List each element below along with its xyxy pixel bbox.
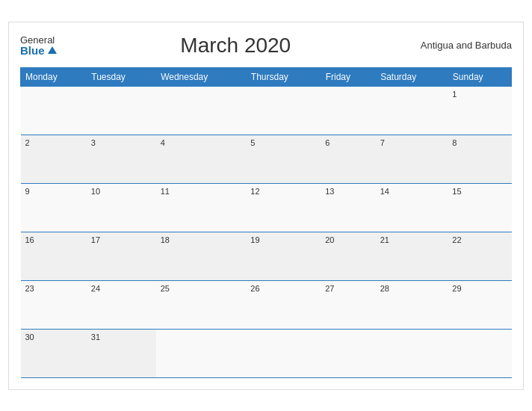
calendar-week-row: 2345678 — [21, 135, 512, 183]
day-number: 13 — [325, 187, 371, 196]
calendar-tbody: 1234567891011121314151617181920212223242… — [21, 86, 512, 377]
weekday-header-monday: Monday — [21, 67, 87, 86]
day-number: 19 — [250, 235, 316, 244]
weekday-header-tuesday: Tuesday — [87, 67, 156, 86]
calendar-day-cell: 1 — [448, 86, 511, 135]
day-number: 20 — [325, 235, 371, 244]
logo-general-text: General — [20, 35, 57, 45]
calendar-day-cell: 31 — [87, 329, 156, 377]
day-number: 21 — [380, 235, 444, 244]
calendar-week-row: 23242526272829 — [21, 280, 512, 329]
logo-blue-text: Blue — [20, 45, 57, 56]
calendar-day-cell: 19 — [246, 232, 321, 280]
calendar-day-cell — [321, 329, 375, 377]
calendar-day-cell — [21, 86, 87, 135]
calendar-day-cell: 23 — [21, 280, 87, 329]
calendar-day-cell — [87, 86, 156, 135]
calendar-day-cell — [376, 86, 448, 135]
day-number: 26 — [250, 284, 316, 293]
day-number: 18 — [161, 235, 242, 244]
weekday-header-saturday: Saturday — [376, 67, 448, 86]
day-number: 7 — [380, 138, 444, 147]
day-number: 5 — [250, 138, 316, 147]
calendar-day-cell: 16 — [21, 232, 87, 280]
calendar-day-cell: 6 — [321, 135, 375, 183]
calendar-header: General Blue March 2020 Antigua and Barb… — [20, 30, 512, 61]
day-number: 12 — [250, 187, 316, 196]
day-number: 14 — [380, 187, 444, 196]
calendar-country: Antigua and Barbuda — [415, 40, 512, 51]
calendar-day-cell: 22 — [448, 232, 511, 280]
calendar-day-cell — [246, 86, 321, 135]
calendar-day-cell: 25 — [156, 280, 247, 329]
calendar-day-cell: 2 — [21, 135, 87, 183]
calendar-day-cell: 21 — [376, 232, 448, 280]
day-number: 8 — [452, 138, 507, 147]
weekday-header-thursday: Thursday — [246, 67, 321, 86]
calendar-day-cell: 3 — [87, 135, 156, 183]
calendar-day-cell — [156, 86, 247, 135]
calendar-day-cell: 26 — [246, 280, 321, 329]
calendar-week-row: 16171819202122 — [21, 232, 512, 280]
calendar-day-cell: 7 — [376, 135, 448, 183]
calendar-week-row: 1 — [21, 86, 512, 135]
day-number: 10 — [91, 187, 152, 196]
day-number: 1 — [452, 90, 507, 99]
day-number: 6 — [325, 138, 371, 147]
calendar-title: March 2020 — [57, 34, 415, 58]
calendar-day-cell: 8 — [448, 135, 511, 183]
calendar-grid: MondayTuesdayWednesdayThursdayFridaySatu… — [20, 67, 512, 378]
calendar-thead: MondayTuesdayWednesdayThursdayFridaySatu… — [21, 67, 512, 86]
day-number: 11 — [161, 187, 242, 196]
day-number: 27 — [325, 284, 371, 293]
day-number: 3 — [91, 138, 152, 147]
day-number: 15 — [452, 187, 507, 196]
calendar-day-cell: 9 — [21, 183, 87, 232]
day-number: 2 — [25, 138, 82, 147]
day-number: 4 — [161, 138, 242, 147]
calendar-day-cell — [321, 86, 375, 135]
day-number: 30 — [25, 333, 82, 342]
calendar-day-cell: 4 — [156, 135, 247, 183]
day-number: 16 — [25, 235, 82, 244]
calendar-day-cell — [156, 329, 247, 377]
calendar-day-cell: 28 — [376, 280, 448, 329]
calendar-week-row: 9101112131415 — [21, 183, 512, 232]
calendar-day-cell: 30 — [21, 329, 87, 377]
day-number: 9 — [25, 187, 82, 196]
weekday-header-sunday: Sunday — [448, 67, 511, 86]
calendar-day-cell — [448, 329, 511, 377]
calendar-day-cell: 11 — [156, 183, 247, 232]
calendar-day-cell — [246, 329, 321, 377]
day-number: 25 — [161, 284, 242, 293]
calendar-day-cell: 17 — [87, 232, 156, 280]
day-number: 23 — [25, 284, 82, 293]
logo-triangle-icon — [48, 46, 57, 54]
weekday-header-row: MondayTuesdayWednesdayThursdayFridaySatu… — [21, 67, 512, 86]
day-number: 22 — [452, 235, 507, 244]
calendar-day-cell: 20 — [321, 232, 375, 280]
calendar-day-cell: 18 — [156, 232, 247, 280]
calendar-day-cell: 14 — [376, 183, 448, 232]
calendar-day-cell: 5 — [246, 135, 321, 183]
calendar-day-cell: 24 — [87, 280, 156, 329]
day-number: 31 — [91, 333, 152, 342]
calendar-day-cell: 27 — [321, 280, 375, 329]
calendar-day-cell — [376, 329, 448, 377]
calendar-day-cell: 29 — [448, 280, 511, 329]
calendar-day-cell: 15 — [448, 183, 511, 232]
day-number: 28 — [380, 284, 444, 293]
calendar-container: General Blue March 2020 Antigua and Barb… — [8, 22, 524, 390]
calendar-week-row: 3031 — [21, 329, 512, 377]
weekday-header-friday: Friday — [321, 67, 375, 86]
calendar-day-cell: 12 — [246, 183, 321, 232]
logo: General Blue — [20, 35, 57, 56]
day-number: 29 — [452, 284, 507, 293]
calendar-day-cell: 10 — [87, 183, 156, 232]
weekday-header-wednesday: Wednesday — [156, 67, 247, 86]
day-number: 24 — [91, 284, 152, 293]
calendar-day-cell: 13 — [321, 183, 375, 232]
day-number: 17 — [91, 235, 152, 244]
